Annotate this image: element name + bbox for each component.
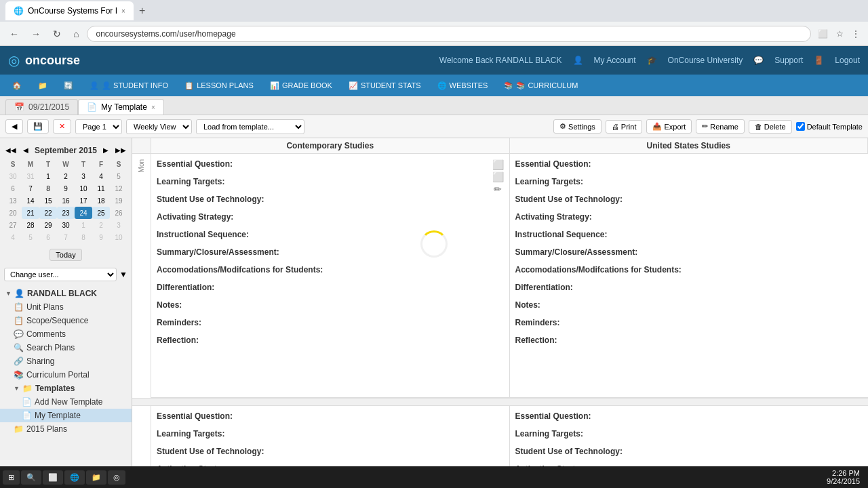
toolbar-nav-left[interactable]: ◀ bbox=[5, 119, 23, 134]
cal-day-3[interactable]: 3 bbox=[75, 170, 92, 182]
template-tab[interactable]: 📄 My Template × bbox=[78, 99, 164, 115]
tree-2015-plans[interactable]: 📁 2015 Plans bbox=[0, 422, 132, 436]
cell-copy-btn-1[interactable]: ⬜ bbox=[492, 159, 504, 170]
load-template-select[interactable]: Load from template... bbox=[196, 119, 304, 134]
cal-day-8[interactable]: 8 bbox=[75, 231, 92, 243]
cal-day-9[interactable]: 9 bbox=[57, 182, 75, 195]
cal-day-30[interactable]: 30 bbox=[4, 170, 22, 182]
content-scroll[interactable]: Contemporary Studies United States Studi… bbox=[132, 138, 868, 488]
nav-lesson-plans[interactable]: 📋 LESSON PLANS bbox=[178, 79, 260, 93]
cal-day-8[interactable]: 8 bbox=[39, 182, 57, 195]
print-btn[interactable]: 🖨 Print bbox=[606, 120, 643, 134]
cancel-btn[interactable]: ✕ bbox=[53, 119, 71, 134]
change-user-select[interactable]: Change user... bbox=[4, 268, 117, 281]
cell-paste-btn-1[interactable]: ⬜ bbox=[492, 171, 504, 182]
settings-btn[interactable]: ⚙ Settings bbox=[553, 119, 601, 134]
cast-btn[interactable]: ⬜ bbox=[815, 28, 831, 40]
refresh-button[interactable]: ↻ bbox=[49, 26, 65, 42]
cal-day-2[interactable]: 2 bbox=[92, 219, 110, 231]
cal-day-31[interactable]: 31 bbox=[22, 170, 39, 182]
cal-day-11[interactable]: 11 bbox=[92, 182, 110, 195]
tree-unit-plans[interactable]: 📋 Unit Plans bbox=[0, 300, 132, 314]
today-button[interactable]: Today bbox=[50, 249, 81, 261]
support-link[interactable]: Support bbox=[774, 56, 803, 65]
cal-day-20[interactable]: 20 bbox=[4, 207, 22, 219]
cal-day-10[interactable]: 10 bbox=[110, 231, 127, 243]
my-account-link[interactable]: My Account bbox=[594, 56, 636, 65]
tree-scope-sequence[interactable]: 📋 Scope/Sequence bbox=[0, 314, 132, 327]
start-button[interactable]: ⊞ bbox=[3, 470, 20, 485]
forward-button[interactable]: → bbox=[27, 26, 45, 42]
menu-btn[interactable]: ⋮ bbox=[849, 28, 863, 40]
logout-link[interactable]: Logout bbox=[835, 56, 860, 65]
cal-day-30[interactable]: 30 bbox=[57, 219, 75, 231]
page-select[interactable]: Page 1 Page 2 bbox=[75, 119, 122, 134]
search-taskbar-btn[interactable]: 🔍 bbox=[21, 470, 41, 485]
rename-btn[interactable]: ✏ Rename bbox=[696, 119, 745, 134]
cal-day-28[interactable]: 28 bbox=[22, 219, 39, 231]
tree-search-plans[interactable]: 🔍 Search Plans bbox=[0, 341, 132, 354]
save-icon-btn[interactable]: 💾 bbox=[27, 119, 49, 134]
cal-day-3[interactable]: 3 bbox=[110, 219, 127, 231]
tree-templates[interactable]: ▼ 📁 Templates bbox=[0, 382, 132, 395]
date-tab[interactable]: 📅 09/21/2015 bbox=[5, 99, 78, 115]
cal-day-15[interactable]: 15 bbox=[39, 195, 57, 207]
cal-day-5[interactable]: 5 bbox=[110, 170, 127, 182]
view-select[interactable]: Weekly View Daily View bbox=[126, 119, 192, 134]
cal-day-4[interactable]: 4 bbox=[4, 231, 22, 243]
cal-day-18[interactable]: 18 bbox=[92, 195, 110, 207]
cal-day-13[interactable]: 13 bbox=[4, 195, 22, 207]
new-tab-button[interactable]: + bbox=[139, 5, 145, 17]
bookmark-btn[interactable]: ☆ bbox=[833, 28, 846, 40]
cal-day-7[interactable]: 7 bbox=[22, 182, 39, 195]
cal-next-month-btn[interactable]: ▶ bbox=[102, 145, 110, 155]
cal-day-14[interactable]: 14 bbox=[22, 195, 39, 207]
task-view-btn[interactable]: ⬜ bbox=[43, 470, 63, 485]
cal-day-23[interactable]: 23 bbox=[57, 207, 75, 219]
cal-day-16[interactable]: 16 bbox=[57, 195, 75, 207]
cal-day-27[interactable]: 27 bbox=[4, 219, 22, 231]
cal-day-7[interactable]: 7 bbox=[57, 231, 75, 243]
nav-grade-book[interactable]: 📊 GRADE BOOK bbox=[263, 79, 339, 93]
cal-day-1[interactable]: 1 bbox=[39, 170, 57, 182]
address-bar[interactable] bbox=[87, 26, 811, 42]
cal-day-21[interactable]: 21 bbox=[22, 207, 39, 219]
tree-curriculum-portal[interactable]: 📚 Curriculum Portal bbox=[0, 368, 132, 382]
nav-folder[interactable]: 📁 bbox=[31, 79, 54, 93]
cal-day-2[interactable]: 2 bbox=[57, 170, 75, 182]
chrome-btn[interactable]: ◎ bbox=[108, 470, 125, 485]
nav-curriculum[interactable]: 📚 📚 CURRICULUM bbox=[497, 79, 585, 93]
cell-edit-btn-1[interactable]: ✏ bbox=[492, 184, 504, 195]
nav-home[interactable]: 🏠 bbox=[5, 79, 28, 93]
tree-user-root[interactable]: ▼ 👤 RANDALL BLACK bbox=[0, 287, 132, 300]
cal-day-10[interactable]: 10 bbox=[75, 182, 92, 195]
cal-day-17[interactable]: 17 bbox=[75, 195, 92, 207]
cal-day-22[interactable]: 22 bbox=[39, 207, 57, 219]
cal-prev-month-btn[interactable]: ◀ bbox=[22, 145, 30, 155]
cal-day-5[interactable]: 5 bbox=[22, 231, 39, 243]
export-btn[interactable]: 📤 Export bbox=[646, 119, 692, 134]
cal-day-6[interactable]: 6 bbox=[39, 231, 57, 243]
default-template-checkbox[interactable] bbox=[796, 122, 805, 131]
cal-day-4[interactable]: 4 bbox=[92, 170, 110, 182]
tree-comments[interactable]: 💬 Comments bbox=[0, 327, 132, 341]
edge-btn[interactable]: 🌐 bbox=[64, 470, 85, 485]
tree-sharing[interactable]: 🔗 Sharing bbox=[0, 354, 132, 368]
tree-my-template[interactable]: 📄 My Template bbox=[0, 409, 132, 422]
cal-day-25[interactable]: 25 bbox=[92, 207, 110, 219]
nav-websites[interactable]: 🌐 WEBSITES bbox=[431, 79, 495, 93]
oncourse-university-link[interactable]: OnCourse University bbox=[668, 56, 743, 65]
nav-refresh[interactable]: 🔄 bbox=[57, 79, 80, 93]
browser-tab-active[interactable]: 🌐 OnCourse Systems For I × bbox=[5, 1, 134, 20]
cal-next-btn[interactable]: ▶▶ bbox=[114, 145, 127, 155]
template-tab-close[interactable]: × bbox=[151, 104, 155, 111]
delete-btn[interactable]: 🗑 Delete bbox=[749, 120, 792, 134]
cal-day-26[interactable]: 26 bbox=[110, 207, 127, 219]
tree-add-new-template[interactable]: 📄 Add New Template bbox=[0, 395, 132, 409]
file-explorer-btn[interactable]: 📁 bbox=[86, 470, 106, 485]
cal-day-19[interactable]: 19 bbox=[110, 195, 127, 207]
tab-close-btn[interactable]: × bbox=[121, 7, 125, 15]
cal-prev-btn[interactable]: ◀◀ bbox=[4, 145, 18, 155]
cal-day-1[interactable]: 1 bbox=[75, 219, 92, 231]
cal-day-24[interactable]: 24 bbox=[75, 207, 92, 219]
